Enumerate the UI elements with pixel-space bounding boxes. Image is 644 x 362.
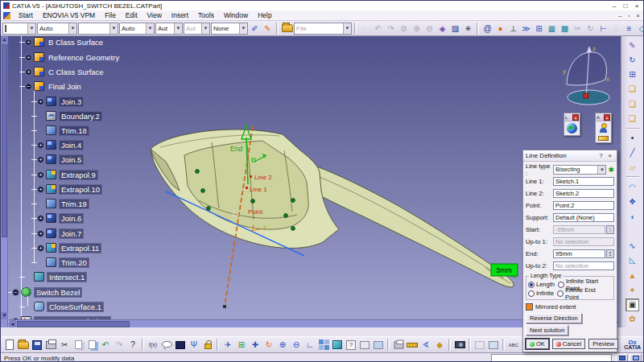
tree-item-label[interactable]: Extrapol.10 <box>59 184 102 195</box>
cancel-button[interactable]: Cancel <box>552 339 585 349</box>
sweep-icon[interactable]: ◠ <box>625 180 639 193</box>
point-field[interactable]: Point.2 <box>553 201 614 210</box>
scrollbar-thumb[interactable] <box>2 44 7 237</box>
tree-item-label[interactable]: Reference Geometry <box>47 53 121 62</box>
swap-visible-space-icon[interactable]: ↻ <box>625 53 639 66</box>
tree-item[interactable]: +Extrapol.11 <box>37 242 101 253</box>
menu-window[interactable]: Window <box>219 11 253 19</box>
close-button[interactable]: × <box>631 2 642 10</box>
tree-item-label[interactable]: Boundary.2 <box>59 111 102 121</box>
search-binoculars-icon[interactable]: ◈ <box>436 23 448 35</box>
menu-view[interactable]: View <box>142 11 167 19</box>
line-definition-dialog[interactable]: Line Definition ? × Line type : Bisectin… <box>522 150 617 352</box>
doc-window-button[interactable] <box>630 354 642 362</box>
tree-item-label[interactable]: Join.3 <box>59 97 84 107</box>
radio-infinite[interactable]: Infinite <box>528 290 557 297</box>
tree-item-label[interactable]: Extrapol.9 <box>59 170 98 180</box>
painter-icon[interactable]: ✐ <box>249 23 261 35</box>
tree-item[interactable]: Trim.19 <box>37 198 89 209</box>
plane-icon[interactable]: ▱ <box>625 161 639 174</box>
tree-item[interactable]: +Join.4 <box>37 139 84 150</box>
menu-help[interactable]: Help <box>253 11 276 19</box>
power-input-field[interactable] <box>491 354 612 362</box>
mdi-close-button[interactable]: × <box>634 13 642 19</box>
radio-length[interactable]: Length <box>528 281 558 288</box>
tree-item[interactable]: Trim.18 <box>37 125 89 136</box>
multiple-extract-icon[interactable]: ❏ <box>625 97 639 110</box>
manikin-icon[interactable] <box>598 123 609 134</box>
scroll-down-icon[interactable]: ▼ <box>1 312 8 319</box>
mass-properties-icon[interactable]: ◆ <box>433 339 446 352</box>
spinner-icon[interactable]: ▲▼ <box>606 249 614 258</box>
hide-show-icon[interactable]: ? <box>345 339 357 352</box>
next-solution-button[interactable]: Next solution <box>526 325 568 335</box>
tree-item[interactable]: +Join.5 <box>37 154 84 165</box>
line-weight-combo[interactable]: Auto▼ <box>37 23 77 35</box>
rotate-icon[interactable]: ↻ <box>262 339 275 352</box>
radio-icon[interactable] <box>528 290 535 297</box>
tree-item-label[interactable]: Join.7 <box>59 228 84 239</box>
mdi-minimize-button[interactable]: – <box>616 13 625 19</box>
point-icon[interactable]: • <box>625 132 639 145</box>
preview-button[interactable]: Preview <box>588 339 618 349</box>
tree-item[interactable]: −Switch Bezel <box>12 286 82 298</box>
close-icon[interactable]: × <box>605 152 614 159</box>
compass[interactable]: z x y <box>563 45 609 105</box>
expander-icon[interactable]: + <box>37 156 44 163</box>
paste-icon[interactable] <box>85 339 98 352</box>
fill-color-combo[interactable]: ▼ <box>2 23 36 35</box>
fill-icon[interactable]: ❖ <box>625 195 639 208</box>
tree-item-label[interactable]: CloseSurface.1 <box>47 302 104 312</box>
tree-item[interactable]: CloseSurface.1 <box>25 301 104 312</box>
tree-item[interactable]: Intersect.1 <box>25 271 87 282</box>
printer-area-icon[interactable] <box>392 339 405 352</box>
scrollbar-thumb[interactable] <box>17 321 130 327</box>
globe-icon[interactable] <box>567 123 577 134</box>
multi-view-icon[interactable] <box>317 339 330 352</box>
extract-icon[interactable]: ❏ <box>625 83 639 96</box>
tree-item-label[interactable]: Extrapol.11 <box>59 243 101 253</box>
tree-item-label[interactable]: Join.6 <box>59 213 84 224</box>
ok-button[interactable]: OK <box>526 339 549 349</box>
join-surface-icon[interactable]: ❏ <box>625 112 639 125</box>
save-icon[interactable] <box>31 339 43 352</box>
menu-edit[interactable]: Edit <box>121 11 142 19</box>
swap-window-icon[interactable] <box>358 339 371 352</box>
expander-icon[interactable]: + <box>37 245 44 252</box>
expander-icon[interactable]: + <box>37 215 44 222</box>
axis-star-icon[interactable]: ✳ <box>462 23 474 35</box>
print-icon[interactable] <box>44 339 57 352</box>
tree-item[interactable]: +Reference Geometry <box>25 51 121 63</box>
selection-sets-icon[interactable]: ▨ <box>449 23 461 35</box>
dialog-toggle-button[interactable] <box>616 354 628 362</box>
checkbox-icon[interactable] <box>526 303 533 311</box>
tree-item-label[interactable]: Join.5 <box>59 154 84 165</box>
new-document-icon[interactable] <box>3 339 16 352</box>
shade-cube-icon[interactable]: ▩ <box>559 23 571 35</box>
surface-tool-icon[interactable] <box>598 136 609 141</box>
revolve-icon[interactable]: ◗ <box>625 210 639 223</box>
menu-tools[interactable]: Tools <box>193 11 219 19</box>
tree-item-label[interactable]: C Class Surface <box>47 68 105 76</box>
expander-icon[interactable]: + <box>37 171 44 179</box>
chat-bubble-icon[interactable] <box>160 339 173 352</box>
axis-system-icon[interactable]: ⊥ <box>507 23 519 35</box>
expander-icon[interactable]: + <box>37 186 44 193</box>
point-symbol-combo[interactable]: None▼ <box>211 23 248 35</box>
historic-tree-icon[interactable]: Ψ <box>188 339 200 352</box>
shading-cube-icon[interactable] <box>331 339 344 352</box>
maximize-button[interactable]: □ <box>620 2 631 10</box>
tile-window-icon[interactable] <box>487 339 500 352</box>
expander-icon[interactable]: − <box>25 83 32 90</box>
end-field[interactable]: 95mm <box>553 249 605 258</box>
zoom-in-icon[interactable]: ⊕ <box>276 339 289 352</box>
camera-icon[interactable] <box>453 339 466 352</box>
fit-all-in-icon[interactable]: ⊞ <box>235 339 248 352</box>
work-on-support-icon[interactable]: ⊞ <box>625 68 639 81</box>
compass-anchor[interactable] <box>584 93 588 98</box>
catalog-browser-icon[interactable]: @ <box>481 23 493 35</box>
undo-icon[interactable]: ↶ <box>99 339 112 352</box>
menu-start[interactable]: Start <box>14 11 38 19</box>
tree-item[interactable]: Boundary.2 <box>37 110 102 121</box>
tree-item[interactable]: Trim.20 <box>37 257 89 268</box>
